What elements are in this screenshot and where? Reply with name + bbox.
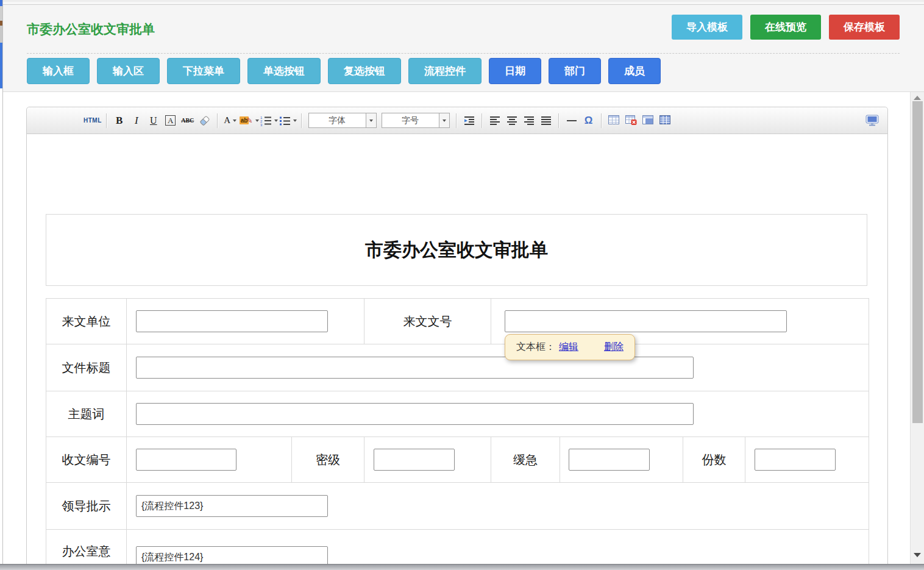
sliver-segment xyxy=(0,43,2,88)
font-color-button[interactable]: A xyxy=(222,113,238,129)
secrecy-level-input[interactable] xyxy=(374,449,455,471)
background-window-sliver xyxy=(0,0,3,570)
justify-icon xyxy=(541,115,552,126)
header-actions: 导入模板 在线预览 保存模板 xyxy=(672,15,900,40)
subject-words-label: 主题词 xyxy=(46,391,127,437)
widget-checkbox-button[interactable]: 复选按钮 xyxy=(328,58,401,84)
table-row: 领导批示 xyxy=(46,483,869,530)
widget-department-button[interactable]: 部门 xyxy=(549,58,601,84)
form-template-designer-window: 市委办公室收文审批单 导入模板 在线预览 保存模板 输入框 输入区 下拉菜单 单… xyxy=(0,0,924,570)
chevron-down-icon xyxy=(274,119,278,122)
svg-text:3: 3 xyxy=(260,123,263,126)
delete-table-button[interactable] xyxy=(624,113,639,129)
unordered-list-button[interactable] xyxy=(279,113,297,129)
justify-button[interactable] xyxy=(538,113,554,129)
ordered-list-icon: 123 xyxy=(260,115,272,126)
insert-table-button[interactable] xyxy=(606,113,622,129)
online-preview-button[interactable]: 在线预览 xyxy=(750,15,821,40)
remove-format-eraser-button[interactable] xyxy=(197,113,213,129)
html-source-button[interactable]: HTML xyxy=(84,113,102,129)
sliver-segment xyxy=(0,0,2,6)
widget-flow-control-button[interactable]: 流程控件 xyxy=(408,58,482,84)
table-properties-button[interactable] xyxy=(641,113,656,129)
source-unit-cell xyxy=(127,299,364,344)
table-row: 收文编号 密级 缓急 份数 xyxy=(46,437,869,483)
subject-words-input[interactable] xyxy=(136,403,694,425)
receipt-number-input[interactable] xyxy=(136,449,236,471)
align-center-button[interactable] xyxy=(504,113,520,129)
receipt-number-cell xyxy=(127,437,292,483)
font-name-button[interactable]: A xyxy=(163,113,179,129)
sliver-segment xyxy=(0,21,2,26)
unordered-list-icon xyxy=(279,115,291,126)
widget-date-button[interactable]: 日期 xyxy=(489,58,541,84)
align-right-button[interactable] xyxy=(521,113,537,129)
window-bottom-bar xyxy=(0,564,924,570)
fullscreen-monitor-icon xyxy=(865,115,879,126)
toolbar-separator xyxy=(301,113,302,128)
align-left-button[interactable] xyxy=(487,113,503,129)
widget-dropdown-button[interactable]: 下拉菜单 xyxy=(167,58,240,84)
italic-button[interactable]: I xyxy=(129,113,144,129)
indent-icon xyxy=(464,115,475,126)
window-top-edge xyxy=(3,0,924,5)
urgency-input[interactable] xyxy=(569,449,650,471)
indent-button[interactable] xyxy=(461,113,477,129)
office-opinion-flow-control-input[interactable] xyxy=(136,546,328,564)
save-template-button[interactable]: 保存模板 xyxy=(829,15,900,40)
chevron-down-icon xyxy=(233,119,236,122)
toolbar-separator xyxy=(558,113,560,128)
widget-input-box-button[interactable]: 输入框 xyxy=(27,58,90,84)
font-size-select[interactable]: 字号 xyxy=(382,113,450,128)
table-row: 主题词 xyxy=(46,391,869,437)
sliver-segment xyxy=(0,26,2,43)
cell-properties-button[interactable] xyxy=(658,113,673,129)
delete-control-link[interactable]: 删除 xyxy=(604,341,624,354)
table-properties-icon xyxy=(642,115,654,126)
page-header: 市委办公室收文审批单 导入模板 在线预览 保存模板 xyxy=(3,5,924,54)
source-unit-label: 来文单位 xyxy=(46,299,127,344)
toolbar-separator xyxy=(456,113,457,128)
font-family-select[interactable]: 字体 xyxy=(308,113,377,128)
fullscreen-button[interactable] xyxy=(864,113,880,129)
strikethrough-button[interactable]: ABC xyxy=(180,113,196,129)
horizontal-rule-button[interactable] xyxy=(564,113,580,129)
font-size-dropdown-arrow[interactable] xyxy=(439,113,449,127)
leader-comments-flow-control-input[interactable] xyxy=(136,495,328,517)
tooltip-prefix: 文本框： xyxy=(516,341,555,354)
rich-text-editor: HTML B I U A ABC A ab✎ 123 xyxy=(26,107,888,565)
bold-button[interactable]: B xyxy=(112,113,127,129)
scrollbar-thumb[interactable] xyxy=(912,101,923,423)
edit-control-link[interactable]: 编辑 xyxy=(559,341,578,354)
special-char-button[interactable]: Ω xyxy=(581,113,597,129)
secrecy-level-cell xyxy=(364,437,491,483)
doc-number-label: 来文文号 xyxy=(364,299,491,344)
table-row: 文件标题 xyxy=(46,344,869,391)
pencil-icon: ✎ xyxy=(246,116,252,125)
doc-number-input[interactable] xyxy=(505,310,787,332)
editor-content[interactable]: 市委办公室收文审批单 来文单位 来文文号 文件标题 xyxy=(27,134,887,564)
toolbar-separator xyxy=(217,113,218,128)
source-unit-input[interactable] xyxy=(136,310,328,332)
widget-radio-button[interactable]: 单选按钮 xyxy=(247,58,321,84)
vertical-scrollbar[interactable] xyxy=(910,92,924,565)
sliver-segment xyxy=(0,6,2,21)
import-template-button[interactable]: 导入模板 xyxy=(672,15,742,40)
widget-member-button[interactable]: 成员 xyxy=(608,58,661,84)
editor-toolbar: HTML B I U A ABC A ab✎ 123 xyxy=(27,107,887,134)
scroll-down-arrow-icon[interactable] xyxy=(914,553,921,557)
widget-textarea-button[interactable]: 输入区 xyxy=(97,58,160,84)
widget-toolbar: 输入框 输入区 下拉菜单 单选按钮 复选按钮 流程控件 日期 部门 成员 xyxy=(3,54,924,91)
highlight-color-button[interactable]: ab✎ xyxy=(240,113,259,129)
leader-comments-cell xyxy=(127,483,869,530)
textbox-control-tooltip: 文本框： 编辑 删除 xyxy=(505,334,635,360)
underline-button[interactable]: U xyxy=(146,113,162,129)
delete-table-icon xyxy=(625,115,637,126)
align-right-icon xyxy=(524,115,535,126)
ordered-list-button[interactable]: 123 xyxy=(260,113,278,129)
scroll-up-arrow-icon[interactable] xyxy=(914,96,921,100)
copies-label: 份数 xyxy=(683,437,745,483)
copies-input[interactable] xyxy=(755,449,836,471)
font-family-dropdown-arrow[interactable] xyxy=(366,113,376,127)
leader-comments-label: 领导批示 xyxy=(46,483,127,530)
